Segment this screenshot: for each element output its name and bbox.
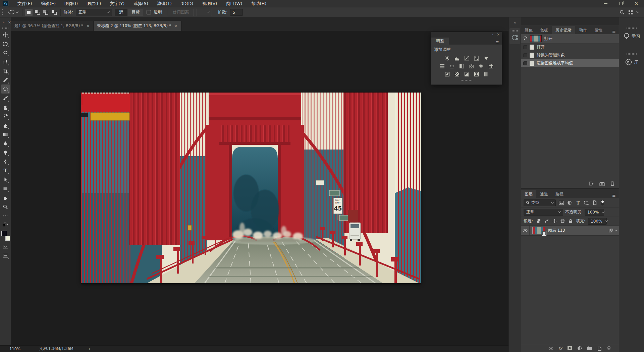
selective-color-icon[interactable] <box>482 71 490 77</box>
posterize-icon[interactable] <box>453 71 461 77</box>
chevron-down-icon[interactable] <box>636 10 639 13</box>
filter-smart-objects-icon[interactable] <box>592 200 598 206</box>
screen-mode-button[interactable] <box>1 251 10 260</box>
tool-eyedropper[interactable] <box>1 75 10 84</box>
foreground-color-swatch[interactable] <box>1 231 7 236</box>
history-snapshot-row[interactable]: 打开 <box>521 34 619 43</box>
hue-saturation-icon[interactable] <box>439 63 446 69</box>
tab-properties[interactable]: 属性 <box>591 26 606 34</box>
tool-brush[interactable] <box>1 94 10 103</box>
new-snapshot-camera-icon[interactable] <box>599 181 605 186</box>
tool-blur[interactable] <box>1 139 10 148</box>
libraries-panel-button[interactable]: 库 <box>619 51 644 66</box>
add-mask-icon[interactable] <box>567 346 572 350</box>
status-expand-icon[interactable]: › <box>89 347 91 351</box>
menu-item-edit[interactable]: 编辑(E) <box>37 0 60 7</box>
tab-actions[interactable]: 动作 <box>575 26 591 34</box>
layer-row[interactable]: 图层 113 <box>521 226 619 236</box>
new-group-folder-icon[interactable] <box>587 346 592 350</box>
tool-patch[interactable] <box>1 84 10 94</box>
close-button[interactable]: × <box>629 0 644 7</box>
tool-zoom[interactable] <box>1 202 10 211</box>
channel-mixer-icon[interactable] <box>478 63 485 69</box>
search-icon[interactable] <box>620 10 625 15</box>
tool-gradient[interactable] <box>1 130 10 139</box>
history-row-selected[interactable]: 渲染图像堆栈平均值 <box>521 59 619 67</box>
gradient-map-icon[interactable] <box>473 71 480 77</box>
collapse-panels-icon[interactable]: « <box>509 17 521 25</box>
exposure-icon[interactable] <box>473 55 480 61</box>
toolbar-expand-icon[interactable]: » <box>2 20 5 25</box>
menu-item-image[interactable]: 图像(I) <box>60 0 82 7</box>
tab-swatches[interactable]: 色板 <box>536 26 552 34</box>
history-brush-source-icon[interactable] <box>523 36 528 41</box>
new-adjustment-layer-icon[interactable] <box>577 346 582 351</box>
lock-transparency-icon[interactable] <box>536 219 541 224</box>
tool-clone-stamp[interactable] <box>1 103 10 112</box>
canvas-image[interactable]: SPEED LIMIT 45 <box>81 93 421 283</box>
tool-dodge[interactable] <box>1 148 10 157</box>
lock-artboard-icon[interactable] <box>560 219 565 224</box>
menu-item-help[interactable]: 帮助(H) <box>247 0 271 7</box>
tab-adjustments[interactable]: 调整 <box>431 38 449 45</box>
destination-button[interactable]: 目标 <box>127 9 144 16</box>
delete-trash-icon[interactable] <box>610 181 615 186</box>
menu-item-select[interactable]: 选择(S) <box>129 0 152 7</box>
toolbar-grip[interactable] <box>2 27 8 29</box>
tool-hand[interactable] <box>1 193 10 202</box>
curves-icon[interactable] <box>463 55 470 61</box>
workspace-switcher-icon[interactable] <box>629 10 633 14</box>
tab-color[interactable]: 颜色 <box>521 26 536 34</box>
delete-layer-trash-icon[interactable] <box>607 346 611 351</box>
tab-layers[interactable]: 图层 <box>521 190 536 198</box>
subtract-selection-button[interactable] <box>42 9 49 16</box>
tool-shape[interactable] <box>1 184 10 193</box>
collapse-panel-icon[interactable]: « <box>491 33 493 36</box>
tool-object-selection[interactable] <box>1 57 10 66</box>
document-tab-1[interactable]: 题1 @ 36.7% (颜色查找 1, RGB/8) * × <box>11 21 94 31</box>
close-tab-icon[interactable]: × <box>86 24 90 28</box>
tool-crop[interactable] <box>1 66 10 75</box>
history-source-well[interactable] <box>523 61 527 65</box>
toolbar-ellipsis[interactable] <box>1 211 10 220</box>
panel-menu-icon[interactable]: ≡ <box>609 193 619 198</box>
source-button[interactable]: 源 <box>115 9 127 16</box>
menu-item-layer[interactable]: 图层(L) <box>82 0 105 7</box>
new-document-from-state-icon[interactable] <box>589 181 594 186</box>
layer-filter-toggle[interactable] <box>601 200 604 206</box>
filter-shape-layers-icon[interactable] <box>583 200 589 206</box>
invert-icon[interactable] <box>443 71 451 77</box>
restore-button[interactable] <box>613 0 629 7</box>
learn-panel-button[interactable]: 学习 <box>619 25 644 40</box>
zoom-level[interactable]: 110% <box>9 347 20 351</box>
transparent-checkbox[interactable] <box>147 10 151 14</box>
tab-paths[interactable]: 路径 <box>552 190 567 198</box>
new-layer-icon[interactable] <box>597 346 602 351</box>
tool-move[interactable] <box>1 30 10 39</box>
link-layers-icon[interactable] <box>548 346 553 350</box>
new-selection-button[interactable] <box>25 9 33 16</box>
tool-pen[interactable] <box>1 157 10 166</box>
menu-item-window[interactable]: 窗口(W) <box>221 0 247 7</box>
lock-pixels-icon[interactable] <box>544 219 549 224</box>
intersect-selection-button[interactable] <box>50 9 58 16</box>
layer-filter-select[interactable]: 类型 <box>524 199 556 206</box>
menu-item-filter[interactable]: 滤镜(T) <box>153 0 176 7</box>
tool-type[interactable]: T <box>1 166 10 175</box>
lock-position-icon[interactable] <box>552 219 557 224</box>
tool-path-selection[interactable] <box>1 175 10 184</box>
filter-type-layers-icon[interactable]: T <box>575 200 581 206</box>
panel-menu-icon[interactable]: ≡ <box>493 40 502 45</box>
toolbar-close-icon[interactable]: × <box>8 20 11 25</box>
history-row[interactable]: 打开 <box>521 43 619 51</box>
layer-visibility-toggle[interactable] <box>521 226 530 235</box>
chevron-down-icon[interactable] <box>614 229 617 231</box>
quick-mask-button[interactable] <box>1 242 10 251</box>
vibrance-icon[interactable] <box>482 55 490 61</box>
diffusion-input[interactable]: 5 <box>230 9 243 16</box>
tool-lasso[interactable] <box>1 48 10 57</box>
layer-name[interactable]: 图层 113 <box>548 228 565 233</box>
brightness-contrast-icon[interactable] <box>443 55 451 61</box>
menu-item-view[interactable]: 视图(V) <box>198 0 221 7</box>
layer-style-fx-icon[interactable]: fx <box>558 346 562 351</box>
